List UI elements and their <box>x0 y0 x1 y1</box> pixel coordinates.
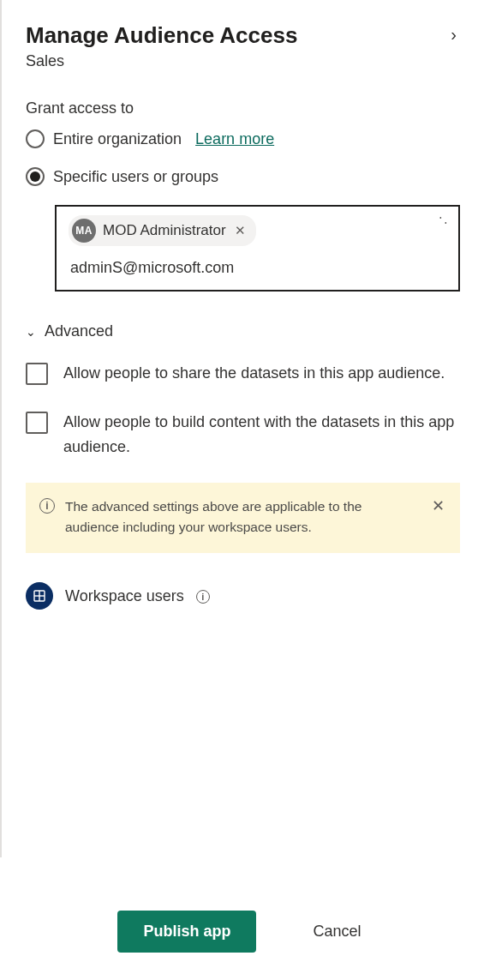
radio-specific-row[interactable]: Specific users or groups <box>26 167 460 186</box>
footer: Publish app Cancel <box>0 888 484 980</box>
allow-build-checkbox[interactable] <box>26 412 48 434</box>
panel-header: Manage Audience Access › <box>26 17 460 52</box>
dismiss-notice-icon[interactable]: ✕ <box>428 496 448 515</box>
radio-entire-org-row[interactable]: Entire organization Learn more <box>26 129 460 148</box>
info-icon: i <box>39 498 55 514</box>
avatar: MA <box>72 219 96 243</box>
resize-handle-icon: ․ ․ <box>439 212 450 222</box>
workspace-users-row[interactable]: Workspace users i <box>26 582 460 610</box>
advanced-notice: i The advanced settings above are applic… <box>26 483 460 553</box>
people-picker[interactable]: ․ ․ MA MOD Administrator ✕ <box>55 205 460 292</box>
notice-text: The advanced settings above are applicab… <box>65 496 418 538</box>
workspace-users-label: Workspace users <box>65 587 184 605</box>
learn-more-link[interactable]: Learn more <box>195 130 274 148</box>
cancel-button[interactable]: Cancel <box>308 922 366 941</box>
radio-specific-label: Specific users or groups <box>53 168 218 186</box>
collapse-icon[interactable]: › <box>447 25 460 45</box>
selected-user-chip: MA MOD Administrator ✕ <box>69 215 256 246</box>
allow-share-row[interactable]: Allow people to share the datasets in th… <box>26 361 460 386</box>
remove-chip-icon[interactable]: ✕ <box>233 223 248 238</box>
info-icon[interactable]: i <box>196 590 210 604</box>
panel-title: Manage Audience Access <box>26 22 297 49</box>
workspace-icon <box>26 582 53 610</box>
radio-specific[interactable] <box>26 167 45 186</box>
radio-entire-org[interactable] <box>26 129 45 148</box>
publish-app-button[interactable]: Publish app <box>117 911 256 953</box>
chip-label: MOD Administrator <box>103 222 226 239</box>
panel-subtitle: Sales <box>26 52 460 70</box>
radio-entire-org-label: Entire organization <box>53 130 182 148</box>
advanced-expander[interactable]: ⌄ Advanced <box>26 322 460 340</box>
people-picker-input[interactable] <box>69 258 446 278</box>
advanced-label: Advanced <box>45 322 113 340</box>
allow-share-label: Allow people to share the datasets in th… <box>63 361 445 386</box>
grant-access-label: Grant access to <box>26 99 460 117</box>
allow-share-checkbox[interactable] <box>26 363 48 385</box>
chevron-down-icon: ⌄ <box>26 326 36 338</box>
audience-access-panel: Manage Audience Access › Sales Grant acc… <box>0 0 484 857</box>
allow-build-row[interactable]: Allow people to build content with the d… <box>26 410 460 460</box>
allow-build-label: Allow people to build content with the d… <box>63 410 460 460</box>
